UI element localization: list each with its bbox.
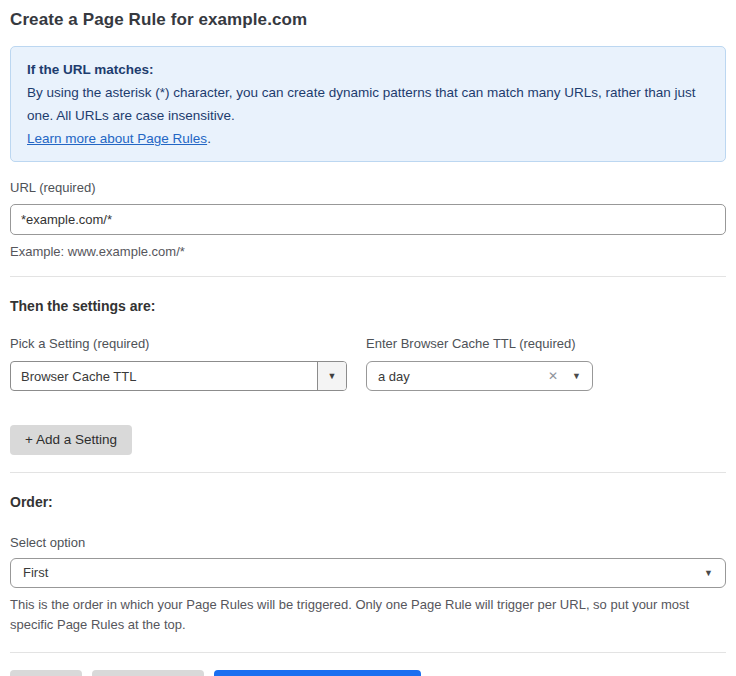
order-select-label: Select option: [10, 535, 726, 550]
settings-row: Pick a Setting (required) Browser Cache …: [10, 336, 726, 391]
section-divider: [10, 276, 726, 277]
url-input[interactable]: [10, 204, 726, 235]
chevron-down-icon: ▼: [572, 371, 581, 381]
info-box-heading: If the URL matches:: [27, 58, 709, 81]
info-box-link-line: Learn more about Page Rules.: [27, 127, 709, 150]
ttl-picker-column: Enter Browser Cache TTL (required) a day…: [366, 336, 593, 391]
order-helper-text: This is the order in which your Page Rul…: [10, 595, 726, 635]
ttl-picker-dropdown[interactable]: a day ✕ ▼: [366, 361, 593, 391]
setting-picker-dropdown[interactable]: Browser Cache TTL ▼: [10, 361, 347, 391]
learn-more-link[interactable]: Learn more about Page Rules: [27, 131, 207, 146]
save-and-deploy-button[interactable]: Save and Deploy Page Rule: [214, 670, 422, 676]
cancel-button[interactable]: Cancel: [10, 670, 82, 676]
setting-picker-value: Browser Cache TTL: [11, 362, 317, 390]
link-suffix: .: [207, 131, 211, 146]
chevron-down-icon: ▼: [328, 371, 337, 381]
setting-picker-column: Pick a Setting (required) Browser Cache …: [10, 336, 347, 391]
add-setting-button[interactable]: + Add a Setting: [10, 425, 132, 455]
footer-divider: [10, 652, 726, 653]
ttl-picker-label: Enter Browser Cache TTL (required): [366, 336, 593, 351]
ttl-picker-value: a day: [378, 369, 548, 384]
order-section-heading: Order:: [10, 494, 726, 510]
footer-actions: Cancel Save as Draft Save and Deploy Pag…: [10, 670, 726, 676]
settings-section-heading: Then the settings are:: [10, 298, 726, 314]
page-rule-form: Create a Page Rule for example.com If th…: [0, 0, 736, 676]
url-example-helper: Example: www.example.com/*: [10, 242, 726, 262]
setting-picker-label: Pick a Setting (required): [10, 336, 347, 351]
clear-icon[interactable]: ✕: [548, 369, 558, 383]
url-field-label: URL (required): [10, 180, 726, 195]
setting-picker-arrow-box[interactable]: ▼: [317, 362, 346, 390]
info-box-body: By using the asterisk (*) character, you…: [27, 81, 709, 127]
order-select-value: First: [23, 565, 48, 580]
page-title: Create a Page Rule for example.com: [10, 10, 726, 30]
order-select[interactable]: First ▼: [10, 558, 726, 588]
section-divider: [10, 472, 726, 473]
save-as-draft-button[interactable]: Save as Draft: [92, 670, 204, 676]
url-match-info-box: If the URL matches: By using the asteris…: [10, 46, 726, 162]
chevron-down-icon: ▼: [704, 568, 713, 578]
